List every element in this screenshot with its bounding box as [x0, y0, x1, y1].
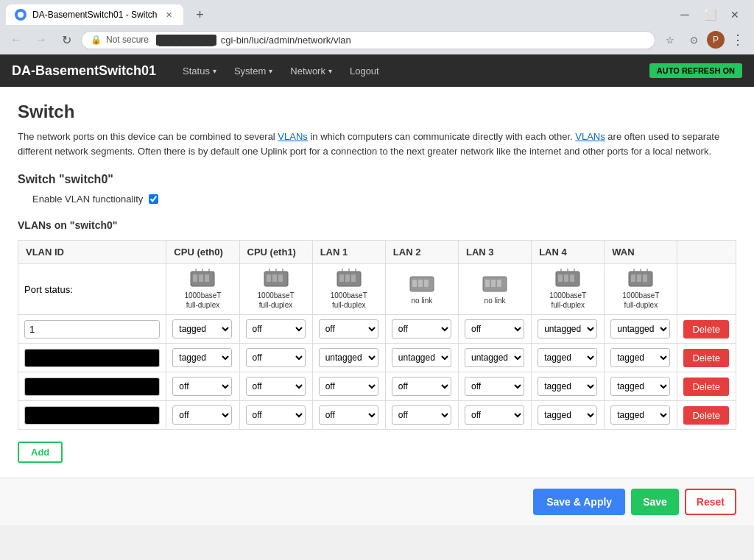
lan4-select-4[interactable]: off untagged tagged	[538, 405, 597, 425]
lan2-cell-4: off untagged tagged	[385, 401, 458, 430]
svg-rect-4	[205, 274, 209, 282]
minimize-button[interactable]: ─	[674, 4, 695, 25]
cpu-eth1-select-3[interactable]: off untagged tagged	[246, 377, 306, 396]
wan-select-3[interactable]: off untagged tagged	[610, 377, 670, 396]
lan2-select-1[interactable]: off untagged tagged	[392, 319, 451, 339]
lan2-select-3[interactable]: off untagged tagged	[392, 377, 451, 396]
nav-item-logout[interactable]: Logout	[341, 54, 388, 87]
vlan-id-input-1[interactable]	[24, 320, 160, 339]
delete-button-4[interactable]: Delete	[683, 406, 729, 425]
bookmark-button[interactable]: ☆	[660, 29, 680, 50]
delete-cell-3: Delete	[677, 372, 736, 401]
lan2-select-2[interactable]: off untagged tagged	[392, 348, 451, 367]
section-vlans-title: VLANs on "switch0"	[18, 219, 736, 231]
vlan-id-input-3[interactable]	[24, 378, 160, 396]
address-bar[interactable]: 🔒 Not secure ████████ cgi-bin/luci/admin…	[81, 31, 655, 49]
delete-button-1[interactable]: Delete	[683, 320, 729, 339]
menu-button[interactable]: ⋮	[727, 29, 748, 50]
port-status-label: Port status:	[24, 284, 73, 295]
nav-item-network[interactable]: Network ▾	[281, 54, 341, 87]
lan4-select-1[interactable]: off untagged tagged	[538, 319, 597, 339]
svg-rect-31	[558, 274, 563, 282]
cpu-eth1-cell-1: off untagged tagged	[239, 315, 312, 344]
close-window-button[interactable]: ✕	[725, 4, 745, 25]
refresh-button[interactable]: ↻	[56, 29, 77, 50]
svg-rect-33	[570, 274, 574, 282]
maximize-button[interactable]: ⬜	[700, 4, 720, 25]
vlan-id-input-2[interactable]	[24, 349, 160, 367]
main-content: Switch The network ports on this device …	[0, 87, 754, 478]
lan4-select-3[interactable]: off untagged tagged	[538, 377, 597, 396]
forward-button[interactable]: →	[31, 29, 52, 50]
lan3-select-4[interactable]: off untagged tagged	[465, 405, 524, 425]
lan4-cell-2: off untagged tagged	[532, 344, 605, 372]
lan1-cell-3: off untagged tagged	[312, 372, 385, 401]
table-row: off untagged tagged off untagged tagged	[18, 372, 736, 401]
cpu-eth0-select-4[interactable]: off untagged tagged	[172, 405, 232, 425]
lan3-select-2[interactable]: off untagged tagged	[465, 348, 524, 367]
vlans-link-2[interactable]: VLANs	[575, 131, 605, 142]
lan3-cell-2: off untagged tagged	[458, 344, 531, 372]
vlan-id-cell-4	[18, 401, 166, 430]
lan1-select-3[interactable]: off untagged tagged	[319, 377, 378, 396]
th-actions	[677, 241, 736, 264]
wan-select-1[interactable]: off untagged tagged	[610, 319, 670, 339]
lan4-select-2[interactable]: off untagged tagged	[538, 348, 597, 367]
save-apply-button[interactable]: Save & Apply	[533, 489, 625, 515]
tab-close-button[interactable]: ✕	[163, 9, 175, 21]
port-status-text-cpu-eth0: 1000baseTfull-duplex	[172, 291, 233, 310]
lan3-cell-3: off untagged tagged	[458, 372, 531, 401]
port-status-text-lan3: no link	[465, 296, 525, 305]
status-caret: ▾	[213, 67, 216, 75]
wan-cell-2: off untagged tagged	[605, 344, 677, 372]
browser-tab[interactable]: DA-BasementSwitch01 - Switch ✕	[6, 4, 183, 25]
lan3-select-1[interactable]: off untagged tagged	[465, 319, 524, 339]
lan1-select-1[interactable]: off untagged tagged	[319, 319, 378, 339]
nav-item-system[interactable]: System ▾	[225, 54, 281, 87]
add-button[interactable]: Add	[18, 442, 63, 463]
svg-rect-18	[351, 274, 356, 282]
cpu-eth0-select-2[interactable]: off untagged tagged	[172, 348, 232, 367]
top-navigation: DA-BasementSwitch01 Status ▾ System ▾ Ne…	[0, 54, 754, 87]
delete-cell-4: Delete	[677, 401, 736, 430]
reset-button[interactable]: Reset	[685, 489, 736, 515]
new-tab-button[interactable]: +	[189, 4, 210, 25]
lan1-select-2[interactable]: off untagged tagged	[319, 348, 378, 367]
svg-rect-25	[424, 280, 429, 287]
delete-button-3[interactable]: Delete	[683, 378, 729, 396]
enable-vlan-row: Enable VLAN functionality	[32, 194, 736, 205]
lan1-select-4[interactable]: off untagged tagged	[319, 405, 378, 425]
port-status-lan1: 1000baseTfull-duplex	[312, 264, 385, 315]
vlans-link-1[interactable]: VLANs	[278, 131, 307, 142]
wan-cell-4: off untagged tagged	[605, 401, 677, 430]
save-button[interactable]: Save	[631, 489, 679, 515]
port-status-lan2: no link	[385, 264, 458, 315]
wan-select-4[interactable]: off untagged tagged	[610, 405, 670, 425]
extensions-button[interactable]: ⊙	[683, 29, 704, 50]
svg-rect-3	[199, 274, 203, 282]
lan1-cell-1: off untagged tagged	[312, 315, 385, 344]
profile-avatar[interactable]: P	[707, 31, 725, 49]
svg-rect-24	[418, 280, 423, 287]
svg-rect-16	[339, 274, 344, 282]
back-button[interactable]: ←	[6, 29, 27, 50]
nav-item-status[interactable]: Status ▾	[174, 54, 225, 87]
svg-point-0	[18, 12, 24, 18]
enable-vlan-checkbox[interactable]	[149, 194, 158, 204]
browser-toolbar: ← → ↻ 🔒 Not secure ████████ cgi-bin/luci…	[0, 25, 754, 54]
nav-brand: DA-BasementSwitch01	[12, 63, 156, 79]
lan2-select-4[interactable]: off untagged tagged	[392, 405, 451, 425]
cpu-eth0-select-3[interactable]: off untagged tagged	[172, 377, 232, 396]
th-wan: WAN	[605, 241, 677, 264]
cpu-eth1-select-1[interactable]: off untagged tagged	[246, 319, 306, 339]
lan3-select-3[interactable]: off untagged tagged	[465, 377, 524, 396]
vlan-id-input-4[interactable]	[24, 406, 160, 425]
cpu-eth0-select-1[interactable]: off untagged tagged	[172, 319, 232, 339]
cpu-eth1-select-4[interactable]: off untagged tagged	[246, 405, 306, 425]
delete-button-2[interactable]: Delete	[683, 349, 729, 367]
cpu-eth1-select-2[interactable]: off untagged tagged	[246, 348, 306, 367]
eth-icon-cpu-eth0	[172, 269, 233, 291]
wan-select-2[interactable]: off untagged tagged	[610, 348, 670, 367]
browser-chrome: DA-BasementSwitch01 - Switch ✕ + ─ ⬜ ✕ ←…	[0, 0, 754, 54]
cpu-eth1-cell-4: off untagged tagged	[239, 401, 312, 430]
